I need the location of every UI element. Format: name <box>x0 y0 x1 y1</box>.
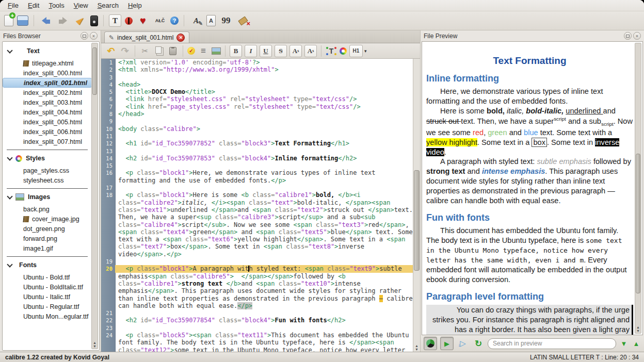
clean-broom-icon[interactable] <box>236 14 250 27</box>
file-item[interactable]: index_split_004.html <box>3 107 92 117</box>
code-line-text[interactable] <box>115 162 413 169</box>
file-item[interactable]: Ubuntu - BoldItalic.ttf <box>3 282 92 292</box>
editor-scrollbar-thumb[interactable] <box>414 170 420 271</box>
preview-scrollbar[interactable]: ▲▼ <box>635 43 641 334</box>
save-icon[interactable] <box>17 15 28 26</box>
section-images[interactable]: Images <box>3 189 92 204</box>
files-scrollbar-thumb[interactable] <box>92 47 97 95</box>
device-icon[interactable] <box>90 15 98 26</box>
italic-icon[interactable]: I <box>245 45 257 57</box>
find-next-icon[interactable]: ▼ <box>619 337 629 350</box>
file-item[interactable]: Ubuntu - Italic.ttf <box>3 292 92 302</box>
underline-icon[interactable]: U <box>260 45 272 57</box>
file-item[interactable]: index_split_007.html <box>3 137 92 146</box>
bold-icon[interactable]: B <box>230 45 242 57</box>
copy-icon[interactable] <box>153 45 165 57</box>
code-line-text[interactable]: <body class="calibre"> <box>115 125 413 133</box>
code-line-text[interactable]: <h2 id="id_Toc359077854" class="block4">… <box>115 317 413 324</box>
redo-icon[interactable]: ↷ <box>119 45 131 57</box>
editor-scrollbar-arrows[interactable]: ▲▼ <box>413 344 420 351</box>
tab-close-icon[interactable]: ✕ <box>176 34 185 42</box>
font-color-icon[interactable]: T <box>326 45 337 57</box>
preview-scrollbar-thumb[interactable] <box>636 154 640 294</box>
superscript-icon[interactable]: A <box>304 45 317 57</box>
code-line-text[interactable]: <h1 id="id_Toc359077852" class="block3">… <box>115 140 413 147</box>
menu-file[interactable]: File <box>3 1 23 10</box>
smarten-punctuation-icon[interactable]: 99 <box>219 14 233 27</box>
file-item[interactable]: stylesheet.css <box>3 175 92 185</box>
code-line-text[interactable]: </head> <box>115 110 413 118</box>
menu-edit[interactable]: Edit <box>23 1 44 10</box>
files-scrollbar[interactable]: ▲▼ <box>91 43 98 349</box>
strike-icon[interactable]: S <box>275 45 287 57</box>
file-item[interactable]: back.png <box>3 204 92 214</box>
list-icon[interactable]: ≡ <box>198 45 209 57</box>
code-line-text[interactable] <box>115 184 413 191</box>
cut-icon[interactable]: ✂ <box>139 45 151 57</box>
close-preview-icon[interactable]: × <box>633 32 641 40</box>
code-line-text[interactable]: <link href="stylesheet.css" rel="stylesh… <box>115 95 413 103</box>
font-tile-icon[interactable]: T <box>109 14 121 27</box>
menu-search[interactable]: Search <box>93 1 123 10</box>
code-line-text[interactable] <box>115 324 413 332</box>
code-area[interactable]: 1<?xml version='1.0' encoding='utf-8'?>2… <box>101 59 413 352</box>
forward-icon[interactable] <box>56 14 70 27</box>
code-line-text[interactable] <box>115 309 413 317</box>
tab-index-split-001[interactable]: ✎ index_split_001.html ✕ <box>104 31 189 43</box>
special-chars-icon[interactable]: AŁČ <box>153 14 167 27</box>
close-panel-icon[interactable]: × <box>90 32 98 40</box>
heading-icon[interactable]: H1 <box>349 45 363 57</box>
code-line-text[interactable] <box>115 74 413 81</box>
file-item[interactable]: Ubuntu Mon...egular.ttf <box>3 311 92 321</box>
run-preview-icon[interactable]: ▶ <box>440 337 454 350</box>
file-item[interactable]: dot_green.png <box>3 224 92 234</box>
file-item[interactable]: Ubuntu - Bold.ttf <box>3 272 92 282</box>
paste-icon[interactable] <box>167 45 179 57</box>
code-line-text[interactable]: <?xml version='1.0' encoding='utf-8'?> <box>115 59 413 66</box>
menu-help[interactable]: Help <box>123 1 147 10</box>
chevron-down-icon[interactable] <box>7 193 12 199</box>
preview-scrollbar-arrows[interactable]: ▲▼ <box>635 325 641 333</box>
chevron-down-icon[interactable] <box>7 47 12 53</box>
files-scrollbar-arrows[interactable]: ▲▼ <box>92 341 98 348</box>
new-file-icon[interactable] <box>4 15 13 26</box>
code-line-text[interactable]: <title>DOCX Demo</title> <box>115 88 413 95</box>
code-editor[interactable]: 1<?xml version='1.0' encoding='utf-8'?>2… <box>101 59 420 352</box>
heading-caret-icon[interactable]: ▾ <box>364 48 367 54</box>
file-item[interactable]: image1.gif <box>3 243 92 253</box>
code-line-text[interactable] <box>115 118 413 125</box>
chevron-down-icon[interactable] <box>7 155 12 160</box>
preview-search-input[interactable] <box>488 338 616 349</box>
file-item[interactable]: Ubuntu - Regular.ttf <box>3 302 92 311</box>
file-item[interactable]: index_split_006.html <box>3 127 92 137</box>
code-line-text[interactable]: <head> <box>115 81 413 88</box>
subscript-icon[interactable]: A <box>289 45 302 57</box>
float-preview-icon[interactable] <box>624 32 632 40</box>
code-line-text[interactable]: <p class="block5"><span class="text11">T… <box>115 332 413 352</box>
menu-tools[interactable]: Tools <box>44 1 69 10</box>
float-panel-icon[interactable] <box>81 32 88 40</box>
file-item[interactable]: index_split_003.html <box>3 97 92 107</box>
find-prev-icon[interactable]: ▲ <box>632 337 641 350</box>
auto-fix-icon[interactable]: A <box>189 14 203 27</box>
styles-wheel-icon[interactable] <box>340 47 347 55</box>
donate-icon[interactable]: ♥ <box>136 14 150 27</box>
section-text[interactable]: Text <box>3 43 92 58</box>
refresh-preview-icon[interactable]: ↻ <box>472 337 485 350</box>
spellcheck-doc-icon[interactable]: A <box>206 15 216 26</box>
file-item[interactable]: index_split_000.html <box>3 68 92 78</box>
code-line-text[interactable]: <link href="page_styles.css" rel="styles… <box>115 103 413 110</box>
code-line-text[interactable]: <html xmlns="http://www.w3.org/1999/xhtm… <box>115 66 413 73</box>
menu-view[interactable]: View <box>69 1 93 10</box>
file-item[interactable]: page_styles.css <box>3 166 92 175</box>
code-line-text[interactable]: <h2 id="id_Toc359077853" class="block4">… <box>115 155 413 162</box>
file-item[interactable]: titlepage.xhtml <box>3 58 92 68</box>
file-item[interactable]: index_split_002.html <box>3 88 92 97</box>
toggle-preview-icon[interactable] <box>424 337 437 350</box>
back-icon[interactable] <box>39 14 53 27</box>
section-styles[interactable]: Styles <box>3 150 92 166</box>
code-line-text[interactable] <box>115 133 413 140</box>
code-line-text[interactable]: <p class="block1">A paragraph with style… <box>115 265 413 309</box>
file-item[interactable]: cover_image.jpg <box>3 214 92 224</box>
spell-icon[interactable]: ✓ <box>187 47 195 55</box>
